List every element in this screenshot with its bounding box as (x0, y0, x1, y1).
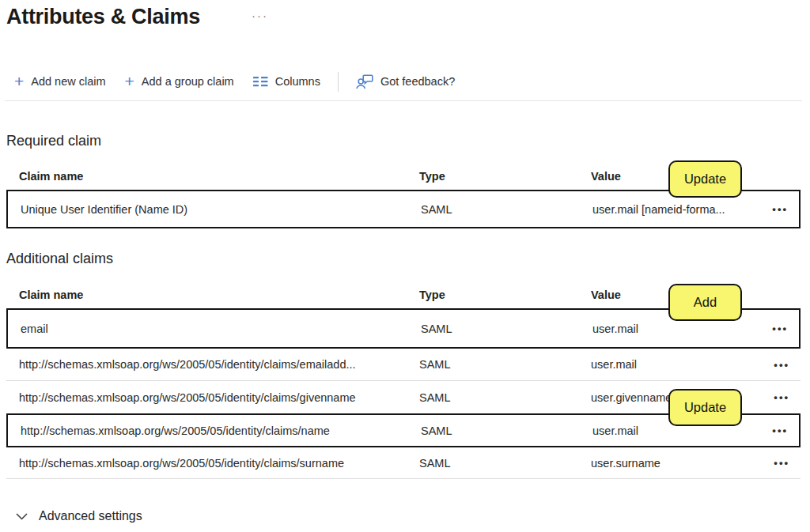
column-header-type: Type (419, 289, 591, 301)
claim-value-cell: user.mail (591, 358, 747, 371)
row-context-menu-icon[interactable]: ••• (772, 425, 799, 436)
got-feedback-label: Got feedback? (380, 75, 455, 88)
claim-type-cell: SAML (419, 391, 591, 404)
claim-type-cell: SAML (421, 323, 592, 335)
columns-icon (253, 76, 268, 87)
claim-value-cell: user.mail [nameid-forma... (592, 203, 748, 216)
claim-type-cell: SAML (419, 457, 591, 470)
row-context-menu-icon[interactable]: ••• (774, 392, 801, 402)
add-group-claim-button[interactable]: + Add a group claim (115, 70, 244, 93)
advanced-settings-label: Advanced settings (39, 509, 142, 523)
advanced-settings-toggle[interactable]: Advanced settings (16, 509, 142, 523)
required-claim-heading: Required claim (6, 133, 101, 149)
plus-icon: + (14, 73, 24, 89)
attributes-claims-page: Attributes & Claims ··· + Add new claim … (0, 0, 810, 532)
add-new-claim-button[interactable]: + Add new claim (6, 70, 115, 93)
row-context-menu-icon[interactable]: ••• (774, 458, 801, 468)
table-row-surname[interactable]: http://schemas.xmlsoap.org/ws/2005/05/id… (6, 447, 801, 479)
columns-label: Columns (275, 75, 320, 88)
plus-icon: + (125, 73, 134, 89)
claim-type-cell: SAML (421, 203, 592, 216)
claim-type-cell: SAML (421, 424, 592, 437)
claim-type-cell: SAML (419, 358, 591, 371)
annotation-callout-update-name: Update (668, 389, 742, 426)
row-context-menu-icon[interactable]: ••• (772, 323, 799, 334)
chevron-down-icon (16, 513, 28, 520)
feedback-icon (356, 74, 373, 89)
row-context-menu-icon[interactable]: ••• (772, 204, 799, 214)
additional-claims-heading: Additional claims (6, 251, 113, 267)
claim-name-cell: http://schemas.xmlsoap.org/ws/2005/05/id… (6, 358, 419, 371)
claim-name-cell: Unique User Identifier (Name ID) (8, 203, 421, 216)
table-row-emailaddress[interactable]: http://schemas.xmlsoap.org/ws/2005/05/id… (6, 349, 801, 381)
command-bar: + Add new claim + Add a group claim (6, 68, 804, 95)
got-feedback-button[interactable]: Got feedback? (346, 70, 464, 93)
annotation-callout-update-required: Update (668, 160, 742, 198)
claim-name-cell: email (8, 323, 421, 335)
claim-name-cell: http://schemas.xmlsoap.org/ws/2005/05/id… (6, 457, 419, 470)
row-context-menu-icon[interactable]: ••• (774, 360, 801, 370)
claim-name-cell: http://schemas.xmlsoap.org/ws/2005/05/id… (6, 391, 419, 404)
page-overflow-menu-icon[interactable]: ··· (252, 9, 268, 21)
toolbar-divider (338, 72, 339, 92)
column-header-claim-name: Claim name (6, 170, 419, 183)
columns-button[interactable]: Columns (244, 70, 330, 93)
claim-name-cell: http://schemas.xmlsoap.org/ws/2005/05/id… (8, 424, 421, 437)
claim-value-cell: user.surname (591, 457, 747, 470)
column-header-claim-name: Claim name (6, 289, 419, 301)
claim-value-cell: user.mail (592, 323, 748, 335)
annotation-callout-add-email: Add (668, 284, 742, 321)
column-header-type: Type (419, 170, 591, 183)
add-new-claim-label: Add new claim (31, 75, 105, 88)
page-title: Attributes & Claims (6, 5, 200, 29)
add-group-claim-label: Add a group claim (142, 75, 234, 88)
